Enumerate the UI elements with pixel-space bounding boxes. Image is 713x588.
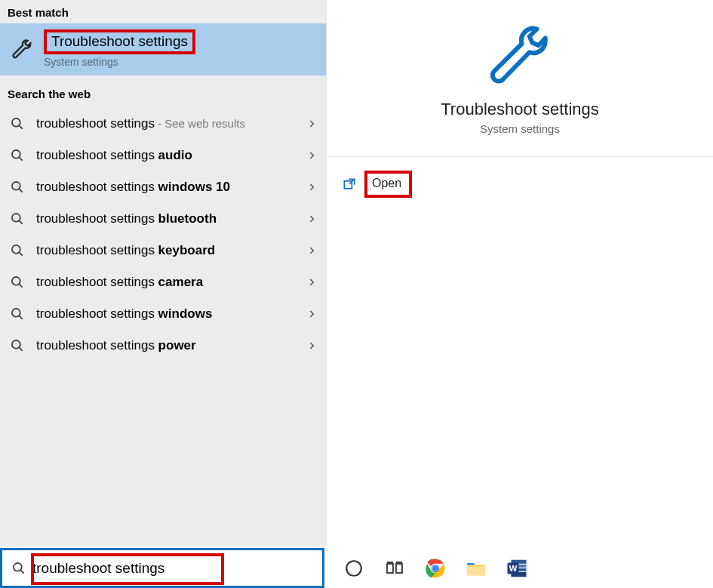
search-icon [9, 306, 26, 322]
web-result-label: troubleshoot settings windows 10 [36, 180, 296, 195]
preview-panel: Troubleshoot settings System settings Op… [327, 0, 713, 546]
search-icon [9, 179, 26, 195]
svg-point-9 [14, 562, 22, 571]
cortana-icon[interactable] [342, 556, 366, 580]
web-result-label: troubleshoot settings power [36, 338, 296, 353]
chevron-right-icon [306, 245, 317, 256]
search-icon [9, 337, 26, 354]
svg-point-6 [12, 309, 20, 317]
preview-hero: Troubleshoot settings System settings [327, 0, 713, 157]
web-result-item[interactable]: troubleshoot settings bluetooth [0, 203, 326, 235]
svg-point-0 [12, 119, 20, 127]
chevron-right-icon [306, 119, 317, 129]
search-icon [9, 115, 26, 132]
svg-point-16 [432, 565, 438, 571]
svg-point-3 [12, 214, 20, 222]
svg-point-10 [346, 561, 361, 576]
chrome-icon[interactable] [423, 556, 447, 580]
chevron-right-icon [306, 340, 317, 351]
web-result-item[interactable]: troubleshoot settings keyboard [0, 235, 326, 266]
preview-actions: Open [327, 157, 713, 198]
search-icon [9, 242, 26, 259]
word-icon[interactable]: W [505, 556, 529, 580]
svg-point-1 [12, 150, 20, 159]
web-result-item[interactable]: troubleshoot settings - See web results [0, 108, 326, 140]
best-match-result[interactable]: Troubleshoot settings System settings [0, 23, 326, 75]
open-label: Open [364, 171, 412, 198]
open-action[interactable]: Open [342, 171, 713, 198]
search-web-header: Search the web [0, 75, 326, 105]
web-result-item[interactable]: troubleshoot settings audio [0, 140, 326, 171]
preview-subtitle: System settings [480, 122, 560, 135]
search-bar[interactable] [0, 548, 324, 588]
best-match-text: Troubleshoot settings System settings [44, 29, 195, 68]
svg-point-7 [12, 340, 20, 349]
chevron-right-icon [306, 214, 317, 224]
svg-rect-11 [387, 564, 393, 573]
search-icon [11, 561, 28, 576]
web-result-item[interactable]: troubleshoot settings windows 10 [0, 171, 326, 203]
svg-rect-12 [396, 564, 402, 573]
file-explorer-icon[interactable] [464, 556, 488, 580]
search-icon [9, 211, 26, 227]
web-results-list: troubleshoot settings - See web results … [0, 105, 326, 365]
chevron-right-icon [306, 150, 317, 161]
chevron-right-icon [306, 277, 317, 288]
web-result-label: troubleshoot settings windows [36, 306, 296, 322]
web-result-item[interactable]: troubleshoot settings windows [0, 298, 326, 330]
best-match-title: Troubleshoot settings [44, 29, 195, 54]
web-result-label: troubleshoot settings - See web results [36, 116, 296, 131]
wrench-icon [486, 21, 554, 89]
best-match-header: Best match [0, 0, 326, 23]
best-match-subtitle: System settings [44, 56, 195, 68]
web-result-label: troubleshoot settings keyboard [36, 243, 296, 258]
search-results-panel: Best match Troubleshoot settings System … [0, 0, 327, 546]
svg-rect-17 [467, 566, 484, 575]
svg-point-2 [12, 182, 20, 190]
search-icon [9, 274, 26, 291]
open-icon [342, 177, 357, 192]
search-input[interactable] [32, 560, 318, 577]
preview-title: Troubleshoot settings [441, 100, 599, 119]
web-result-label: troubleshoot settings bluetooth [36, 211, 296, 226]
web-result-item[interactable]: troubleshoot settings camera [0, 266, 326, 298]
web-result-item[interactable]: troubleshoot settings power [0, 330, 326, 362]
web-result-label: troubleshoot settings camera [36, 275, 296, 290]
svg-text:W: W [509, 564, 518, 573]
taskbar: W [327, 548, 713, 588]
wrench-icon [9, 36, 35, 62]
chevron-right-icon [306, 182, 317, 192]
svg-point-4 [12, 245, 20, 254]
search-icon [9, 147, 26, 164]
task-view-icon[interactable] [383, 556, 407, 580]
chevron-right-icon [306, 309, 317, 319]
web-result-label: troubleshoot settings audio [36, 148, 296, 163]
svg-point-5 [12, 277, 20, 285]
